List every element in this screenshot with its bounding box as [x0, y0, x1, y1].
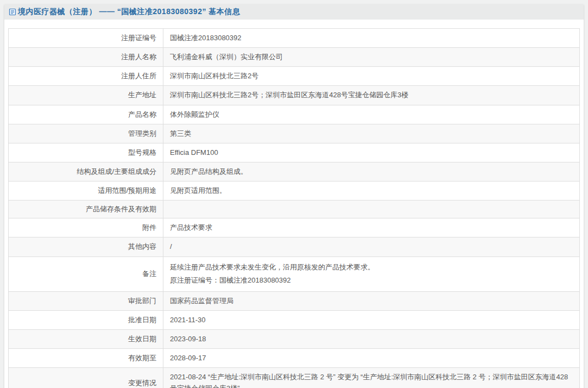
row-value: Efficia DFM100 — [163, 143, 580, 162]
row-value — [163, 201, 580, 218]
row-approval-date: 批准日期 2021-11-30 — [9, 311, 580, 330]
row-cert-number: 注册证编号 国械注准20183080392 — [9, 29, 580, 48]
row-label: 管理类别 — [9, 124, 163, 143]
row-value: 国家药品监督管理局 — [163, 291, 580, 310]
document-icon — [9, 8, 16, 16]
row-value: 国械注准20183080392 — [163, 29, 580, 48]
row-change-info: 变更情况 2021-08-24 “生产地址:深圳市南山区科技北三路 2 号” 变… — [9, 368, 580, 388]
title-bar: 境内医疗器械（注册） —— “国械注准20183080392” 基本信息 — [4, 4, 584, 20]
row-model-spec: 型号规格 Efficia DFM100 — [9, 143, 580, 162]
row-value: / — [163, 237, 580, 256]
row-label: 适用范围/预期用途 — [9, 182, 163, 201]
row-structure-composition: 结构及组成/主要组成成分 见附页产品结构及组成。 — [9, 162, 580, 181]
row-label: 有效期至 — [9, 349, 163, 368]
row-label: 型号规格 — [9, 143, 163, 162]
row-value: 产品技术要求 — [163, 218, 580, 237]
row-production-address: 生产地址 深圳市南山区科技北三路2号；深圳市盐田区东海道428号宝捷仓储园仓库3… — [9, 86, 580, 105]
row-label: 其他内容 — [9, 237, 163, 256]
row-value: 2023-09-18 — [163, 330, 580, 349]
content-area: 注册证编号 国械注准20183080392 注册人名称 飞利浦金科威（深圳）实业… — [4, 20, 584, 388]
row-value: 深圳市南山区科技北三路2号 — [163, 67, 580, 86]
row-label: 生效日期 — [9, 330, 163, 349]
remark-line-1: 延续注册产品技术要求未发生变化，沿用原核发的产品技术要求。 — [170, 261, 573, 274]
row-product-name: 产品名称 体外除颤监护仪 — [9, 105, 580, 124]
row-approval-department: 审批部门 国家药品监督管理局 — [9, 291, 580, 310]
row-label: 注册人名称 — [9, 48, 163, 67]
row-expiry-date: 有效期至 2028-09-17 — [9, 349, 580, 368]
row-management-class: 管理类别 第三类 — [9, 124, 580, 143]
row-registrant-name: 注册人名称 飞利浦金科威（深圳）实业有限公司 — [9, 48, 580, 67]
row-label: 产品名称 — [9, 105, 163, 124]
row-label: 备注 — [9, 256, 163, 291]
row-registrant-address: 注册人住所 深圳市南山区科技北三路2号 — [9, 67, 580, 86]
row-effective-date: 生效日期 2023-09-18 — [9, 330, 580, 349]
row-label: 批准日期 — [9, 311, 163, 330]
remark-line-2: 原注册证编号：国械注准20183080392 — [170, 274, 573, 287]
page-title: 境内医疗器械（注册） —— “国械注准20183080392” 基本信息 — [18, 7, 240, 17]
row-value: 见附页适用范围。 — [163, 182, 580, 201]
row-other-content: 其他内容 / — [9, 237, 580, 256]
row-value: 2021-11-30 — [163, 311, 580, 330]
row-label: 生产地址 — [9, 86, 163, 105]
row-storage-conditions: 产品储存条件及有效期 — [9, 201, 580, 218]
row-label: 产品储存条件及有效期 — [9, 201, 163, 218]
row-label: 注册人住所 — [9, 67, 163, 86]
row-label: 附件 — [9, 218, 163, 237]
row-value: 延续注册产品技术要求未发生变化，沿用原核发的产品技术要求。 原注册证编号：国械注… — [163, 256, 580, 291]
main-panel: 境内医疗器械（注册） —— “国械注准20183080392” 基本信息 注册证… — [4, 4, 584, 388]
row-value: 飞利浦金科威（深圳）实业有限公司 — [163, 48, 580, 67]
row-value: 深圳市南山区科技北三路2号；深圳市盐田区东海道428号宝捷仓储园仓库3楼 — [163, 86, 580, 105]
row-attachment: 附件 产品技术要求 — [9, 218, 580, 237]
row-remark: 备注 延续注册产品技术要求未发生变化，沿用原核发的产品技术要求。 原注册证编号：… — [9, 256, 580, 291]
registration-info-table: 注册证编号 国械注准20183080392 注册人名称 飞利浦金科威（深圳）实业… — [8, 28, 580, 388]
row-value: 第三类 — [163, 124, 580, 143]
row-label: 审批部门 — [9, 291, 163, 310]
row-label: 结构及组成/主要组成成分 — [9, 162, 163, 181]
row-intended-use: 适用范围/预期用途 见附页适用范围。 — [9, 182, 580, 201]
row-value: 2021-08-24 “生产地址:深圳市南山区科技北三路 2 号” 变更为 “生… — [163, 368, 580, 388]
row-label: 注册证编号 — [9, 29, 163, 48]
row-value: 体外除颤监护仪 — [163, 105, 580, 124]
row-value: 见附页产品结构及组成。 — [163, 162, 580, 181]
row-value: 2028-09-17 — [163, 349, 580, 368]
row-label: 变更情况 — [9, 368, 163, 388]
